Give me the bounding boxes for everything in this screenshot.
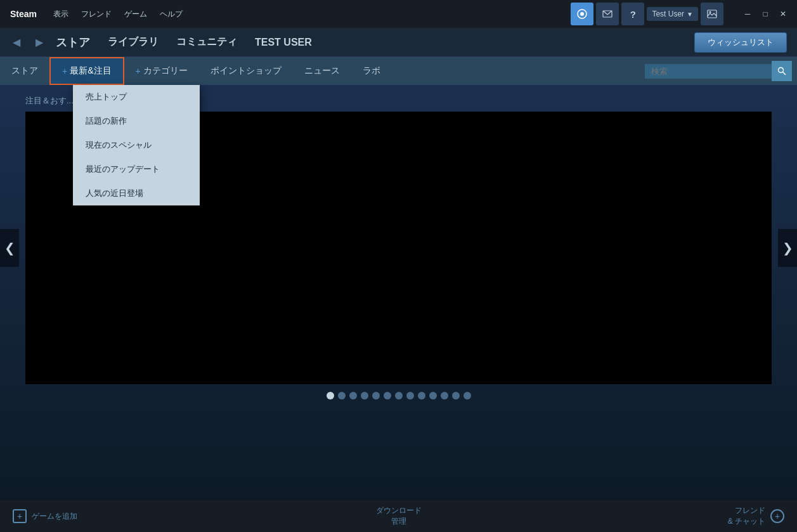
- steam-symbol-icon: [577, 9, 587, 19]
- window-controls: ─ □ ✕: [739, 5, 792, 23]
- svg-line-6: [783, 72, 786, 75]
- carousel-dot-10[interactable]: [429, 392, 437, 399]
- username-label: Test User: [652, 10, 684, 18]
- categories-tab[interactable]: + カテゴリー: [124, 57, 199, 85]
- carousel-dots: [0, 384, 797, 407]
- community-nav-link[interactable]: コミュニティ: [176, 36, 237, 49]
- friends-chat-button[interactable]: フレンド& チャット +: [728, 505, 784, 527]
- carousel-dot-12[interactable]: [452, 392, 460, 399]
- categories-label: カテゴリー: [143, 65, 188, 77]
- labs-tab[interactable]: ラボ: [351, 57, 392, 85]
- svg-rect-3: [708, 10, 716, 18]
- search-icon: [777, 67, 786, 75]
- menu-friends[interactable]: フレンド: [80, 6, 113, 22]
- friends-chat-add-icon: +: [770, 509, 784, 523]
- carousel-dot-4[interactable]: [361, 392, 368, 399]
- svg-point-5: [779, 68, 784, 73]
- carousel-dot-9[interactable]: [418, 392, 425, 399]
- carousel-dot-8[interactable]: [406, 392, 414, 399]
- minimize-button[interactable]: ─: [739, 5, 756, 23]
- friends-chat-label: フレンド& チャット: [728, 505, 765, 527]
- carousel-prev-button[interactable]: ❮: [0, 229, 19, 267]
- carousel-dot-11[interactable]: [441, 392, 448, 399]
- bottom-bar: + ゲームを追加 ダウンロード 管理 フレンド& チャット +: [0, 500, 797, 532]
- store-nav: ストア + 最新&注目 + カテゴリー ポイントショップ ニュース ラボ 売上ト…: [0, 57, 797, 85]
- carousel-dot-7[interactable]: [395, 392, 403, 399]
- user-menu-button[interactable]: Test User ▼: [647, 7, 698, 21]
- carousel-dot-5[interactable]: [372, 392, 380, 399]
- dropdown-item-top-sellers[interactable]: 売上トップ: [73, 85, 200, 109]
- carousel-dot-3[interactable]: [349, 392, 357, 399]
- forward-button[interactable]: ▶: [33, 34, 46, 51]
- add-game-icon: +: [13, 509, 27, 523]
- new-notable-label: 最新&注目: [70, 65, 111, 77]
- maximize-button[interactable]: □: [756, 5, 774, 23]
- add-game-label: ゲームを追加: [32, 511, 77, 522]
- steam-logo[interactable]: Steam: [5, 6, 42, 22]
- dropdown-item-specials[interactable]: 現在のスペシャル: [73, 133, 200, 157]
- nav-bar: ◀ ▶ ストア ライブラリ コミュニティ TEST USER ウィッシュリスト: [0, 28, 797, 57]
- user-dropdown-arrow: ▼: [687, 11, 693, 18]
- menu-games[interactable]: ゲーム: [123, 6, 148, 22]
- store-nav-link[interactable]: ストア: [56, 35, 90, 50]
- download-label: ダウンロード: [376, 505, 422, 516]
- search-box: [645, 57, 792, 85]
- steam-icon-button[interactable]: [571, 3, 593, 25]
- menu-display[interactable]: 表示: [52, 6, 70, 22]
- carousel-dot-2[interactable]: [338, 392, 346, 399]
- svg-point-4: [710, 11, 711, 13]
- search-button[interactable]: [772, 61, 792, 81]
- help-button[interactable]: ?: [621, 3, 644, 25]
- search-input[interactable]: [645, 64, 772, 79]
- title-bar: Steam 表示 フレンド ゲーム ヘルプ ? Test User ▼: [0, 0, 797, 28]
- add-game-button[interactable]: + ゲームを追加: [13, 509, 77, 523]
- carousel-next-button[interactable]: ❯: [778, 229, 797, 267]
- dropdown-item-recent-updates[interactable]: 最近のアップデート: [73, 157, 200, 181]
- download-button[interactable]: ダウンロード 管理: [376, 505, 422, 527]
- manage-label: 管理: [376, 516, 422, 527]
- dropdown-item-new-trending[interactable]: 話題の新作: [73, 109, 200, 133]
- user-avatar-button[interactable]: [701, 3, 723, 25]
- new-notable-tab[interactable]: + 最新&注目: [49, 57, 124, 85]
- svg-point-1: [580, 12, 584, 16]
- mail-icon: [602, 10, 612, 18]
- dropdown-item-upcoming[interactable]: 人気の近日登場: [73, 181, 200, 205]
- news-tab[interactable]: ニュース: [293, 57, 351, 85]
- wishlist-button[interactable]: ウィッシュリスト: [694, 32, 787, 53]
- image-icon: [707, 10, 717, 18]
- close-button[interactable]: ✕: [774, 5, 792, 23]
- notifications-button[interactable]: [596, 3, 619, 25]
- carousel-dot-1[interactable]: [327, 392, 334, 399]
- username-nav-link[interactable]: TEST USER: [255, 37, 312, 48]
- carousel-dot-6[interactable]: [384, 392, 391, 399]
- menu-help[interactable]: ヘルプ: [159, 6, 184, 22]
- carousel-dot-13[interactable]: [463, 392, 471, 399]
- library-nav-link[interactable]: ライブラリ: [108, 36, 159, 49]
- back-button[interactable]: ◀: [10, 34, 23, 51]
- store-tab[interactable]: ストア: [0, 57, 49, 85]
- dropdown-menu: 売上トップ 話題の新作 現在のスペシャル 最近のアップデート 人気の近日登場: [73, 85, 200, 205]
- header-right: ? Test User ▼: [571, 3, 723, 25]
- plus-icon: +: [62, 66, 67, 76]
- menu-bar: 表示 フレンド ゲーム ヘルプ: [52, 6, 560, 22]
- pointshop-tab[interactable]: ポイントショップ: [199, 57, 293, 85]
- plus-icon-2: +: [136, 66, 141, 76]
